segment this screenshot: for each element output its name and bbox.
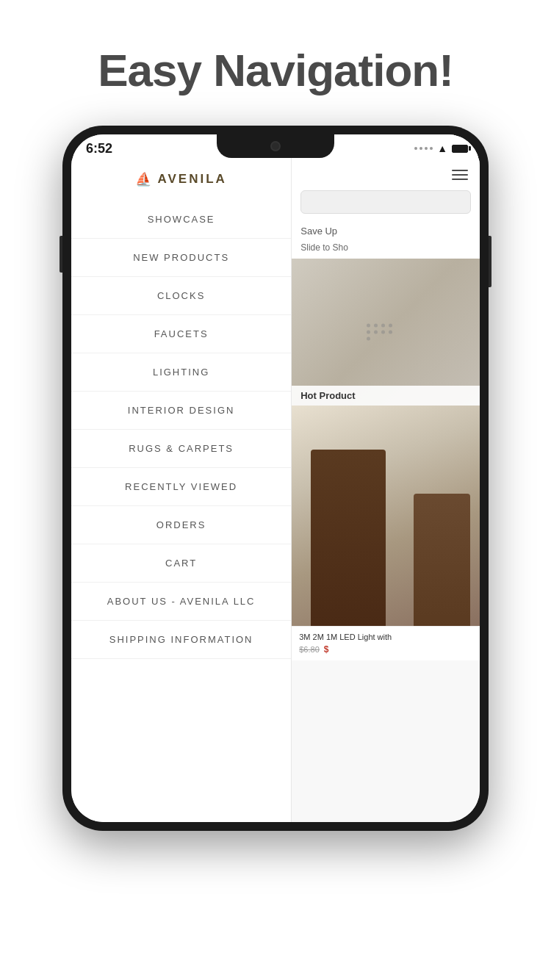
nav-item-cart[interactable]: CART	[71, 544, 291, 583]
phone-screen: 6:52 ⛵ AVENILA SHOWCASE NEW PRODUCTS	[71, 134, 480, 822]
nav-item-orders[interactable]: ORDERS	[71, 506, 291, 544]
hamburger-line-3	[452, 179, 468, 180]
hamburger-line-1	[452, 170, 468, 171]
nav-item-lighting[interactable]: LIGHTING	[71, 353, 291, 392]
product-card[interactable]: 3M 2M 1M LED Light with $6.80 $	[292, 626, 480, 660]
signal-dot-1	[414, 147, 417, 150]
phone-mockup-wrapper: 6:52 ⛵ AVENILA SHOWCASE NEW PRODUCTS	[0, 126, 551, 860]
nav-menu: SHOWCASE NEW PRODUCTS CLOCKS FAUCETS LIG…	[71, 201, 291, 822]
search-bar-row	[292, 186, 480, 220]
front-camera	[270, 141, 281, 151]
nav-item-new-products[interactable]: NEW PRODUCTS	[71, 239, 291, 277]
nav-item-about-us[interactable]: ABOUT US - AVENILA LLC	[71, 583, 291, 621]
hero-image: Hot Product	[292, 259, 480, 406]
signal-dot-2	[419, 147, 422, 150]
slide-text: Slide to Sho	[292, 239, 480, 259]
search-bar[interactable]	[300, 190, 471, 214]
signal-dot-3	[425, 147, 428, 150]
navigation-panel: 6:52 ⛵ AVENILA SHOWCASE NEW PRODUCTS	[71, 134, 292, 822]
page-header: Easy Navigation!	[0, 0, 551, 126]
hamburger-line-2	[452, 174, 468, 176]
dots-overlay	[367, 324, 393, 341]
nav-item-showcase[interactable]: SHOWCASE	[71, 201, 291, 239]
hot-products-label: Hot Product	[292, 386, 480, 406]
brand-icon: ⛵	[135, 171, 151, 187]
nav-item-shipping[interactable]: SHIPPING INFORMATION	[71, 621, 291, 659]
hamburger-row	[292, 162, 480, 186]
signal-dot-4	[430, 147, 433, 150]
product-image	[292, 406, 480, 626]
price-new: $	[324, 644, 329, 655]
phone-outer: 6:52 ⛵ AVENILA SHOWCASE NEW PRODUCTS	[62, 126, 489, 831]
phone-notch	[217, 134, 334, 158]
save-text: Save Up	[292, 220, 480, 239]
nav-item-faucets[interactable]: FAUCETS	[71, 315, 291, 353]
brand-logo[interactable]: ⛵ AVENILA	[71, 162, 291, 201]
wifi-icon: ▲	[437, 143, 447, 154]
status-time: 6:52	[86, 141, 112, 156]
signal-dots	[414, 147, 433, 150]
page-title: Easy Navigation!	[15, 44, 536, 96]
content-panel: ▲ Save Up Slide	[292, 134, 480, 822]
product-name: 3M 2M 1M LED Light with	[299, 633, 472, 641]
nav-item-recently-viewed[interactable]: RECENTLY VIEWED	[71, 468, 291, 506]
hamburger-button[interactable]	[452, 170, 468, 180]
battery-icon	[452, 145, 468, 153]
nav-item-clocks[interactable]: CLOCKS	[71, 277, 291, 315]
brand-name: AVENILA	[157, 172, 226, 187]
product-prices: $6.80 $	[299, 644, 472, 655]
nav-item-interior-design[interactable]: INTERIOR DESIGN	[71, 392, 291, 430]
volume-button	[60, 236, 62, 273]
power-button	[489, 236, 491, 287]
nav-item-rugs-carpets[interactable]: RUGS & CARPETS	[71, 430, 291, 468]
price-old: $6.80	[299, 645, 320, 654]
